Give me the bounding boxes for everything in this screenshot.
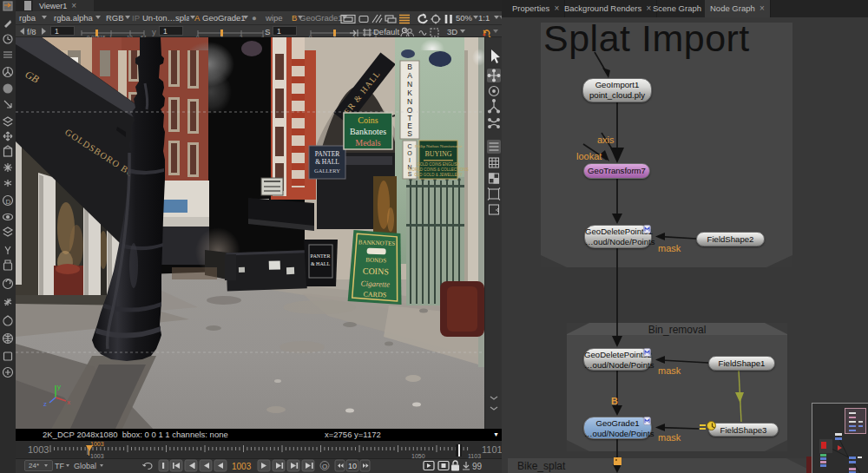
svg-text:WORLD COINS & COLLECTIONS: WORLD COINS & COLLECTIONS xyxy=(408,168,469,172)
svg-text:O: O xyxy=(407,150,412,156)
svg-text:& HALL: & HALL xyxy=(311,261,330,266)
svg-text:N: N xyxy=(407,80,412,89)
svg-text:C: C xyxy=(407,143,411,149)
svg-text:BONDS: BONDS xyxy=(365,257,386,265)
svg-text:GOLD COINS ENGLISH: GOLD COINS ENGLISH xyxy=(417,162,459,167)
svg-text:CARDS: CARDS xyxy=(363,291,386,299)
svg-text:Philip Nathan Numismatist: Philip Nathan Numismatist xyxy=(415,144,463,148)
svg-text:PANTER: PANTER xyxy=(311,253,331,259)
svg-text:99: 99 xyxy=(472,462,483,471)
svg-text:Banknotes: Banknotes xyxy=(350,127,386,136)
svg-text:OLD GOLD & JEWELLERY: OLD GOLD & JEWELLERY xyxy=(414,173,462,177)
svg-text:PANTER: PANTER xyxy=(315,150,339,158)
svg-text:Coins: Coins xyxy=(358,115,378,125)
svg-text:y: y xyxy=(57,383,61,391)
svg-text:S: S xyxy=(408,171,412,177)
svg-text:x: x xyxy=(67,398,70,406)
svg-text:S: S xyxy=(407,129,412,138)
svg-text:1003: 1003 xyxy=(232,462,252,471)
svg-text:B: B xyxy=(407,62,412,71)
svg-text:Medals: Medals xyxy=(355,138,381,148)
svg-text:COINS: COINS xyxy=(363,266,389,277)
svg-text:BUYING: BUYING xyxy=(424,150,451,158)
svg-text:& HALL: & HALL xyxy=(315,158,339,166)
svg-text:z: z xyxy=(43,400,47,408)
svg-text:N: N xyxy=(407,97,412,106)
svg-text:O: O xyxy=(322,463,327,470)
svg-text:Cigarette: Cigarette xyxy=(360,279,390,288)
svg-text:I: I xyxy=(409,157,411,163)
svg-text:10: 10 xyxy=(348,462,357,470)
svg-text:K: K xyxy=(407,89,412,97)
svg-text:BANKNOTES: BANKNOTES xyxy=(358,239,396,246)
svg-text:GALLERY: GALLERY xyxy=(314,168,340,174)
svg-text:A: A xyxy=(407,71,412,80)
svg-text:D: D xyxy=(6,198,11,206)
